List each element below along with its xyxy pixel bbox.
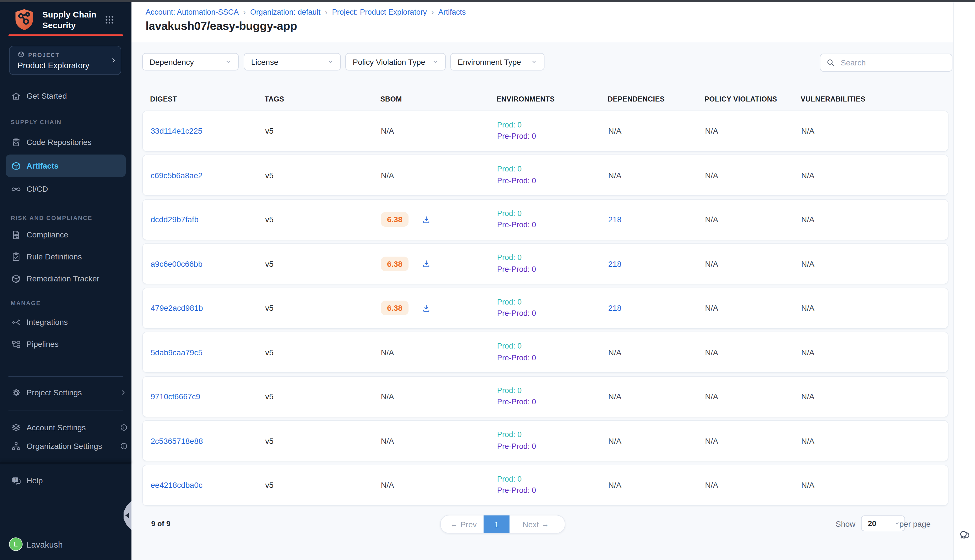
sbom-cell: 6.38 <box>381 300 497 317</box>
breadcrumb-artifacts-link[interactable]: Artifacts <box>438 8 466 17</box>
preprod-count: Pre-Prod: 0 <box>497 352 536 364</box>
sidebar-item-pipelines[interactable]: Pipelines <box>0 335 132 352</box>
module-grid-icon[interactable] <box>104 15 115 25</box>
column-header: DEPENDENCIES <box>608 95 705 103</box>
sidebar-item-cicd[interactable]: CI/CD <box>0 180 132 197</box>
page-size-value: 20 <box>868 519 876 528</box>
download-sbom-icon[interactable] <box>422 215 431 224</box>
sidebar-item-help[interactable]: ? Help <box>0 472 132 489</box>
policy-violations-value: N/A <box>705 392 801 401</box>
breadcrumb-account-link[interactable]: Account: Automation-SSCA <box>145 8 239 17</box>
prev-page-button[interactable]: ← Prev <box>441 515 484 533</box>
sidebar-item-artifacts[interactable]: Artifacts <box>6 155 126 177</box>
page-1-button[interactable]: 1 <box>484 515 509 533</box>
environments-cell: Prod: 0 Pre-Prod: 0 <box>497 252 608 275</box>
dependencies-count: N/A <box>608 171 705 180</box>
search-box <box>820 53 952 72</box>
breadcrumb-organization-link[interactable]: Organization: default <box>250 8 321 17</box>
dependencies-count[interactable]: 218 <box>608 215 705 224</box>
preprod-count: Pre-Prod: 0 <box>497 219 536 231</box>
artifact-digest-link[interactable]: 9710cf6667c9 <box>151 392 200 401</box>
project-selector[interactable]: PROJECT Product Exploratory <box>9 46 121 75</box>
home-icon <box>11 90 22 101</box>
search-input[interactable] <box>840 58 946 68</box>
tag-value: v5 <box>265 392 381 401</box>
sidebar-item-label: Code Repositories <box>27 138 92 147</box>
table-row: ee4218cdba0c v5 N/A Prod: 0 Pre-Prod: 0 … <box>142 464 948 506</box>
sidebar-item-label: Rule Definitions <box>27 252 82 261</box>
sidebar-collapse-handle[interactable] <box>124 501 132 530</box>
dependencies-count: N/A <box>608 480 705 490</box>
sidebar-item-label: Account Settings <box>27 423 86 432</box>
filter-label: Policy Violation Type <box>353 57 425 66</box>
info-icon[interactable] <box>120 442 128 450</box>
sidebar-item-compliance[interactable]: Compliance <box>0 226 132 243</box>
sidebar: Supply Chain Security PROJECT Product Ex… <box>0 0 132 560</box>
sbom-cell: N/A <box>381 171 497 180</box>
vulnerabilities-value: N/A <box>801 171 948 180</box>
sidebar-item-rule-definitions[interactable]: Rule Definitions <box>0 248 132 265</box>
artifact-digest-link[interactable]: dcdd29b7fafb <box>151 215 199 224</box>
column-header: TAGS <box>265 95 380 103</box>
chat-support-icon[interactable] <box>958 529 971 542</box>
sidebar-item-organization-settings[interactable]: Organization Settings <box>0 438 132 455</box>
dependencies-count[interactable]: 218 <box>608 259 705 268</box>
vulnerabilities-value: N/A <box>801 480 948 490</box>
info-icon[interactable] <box>120 423 128 432</box>
download-sbom-icon[interactable] <box>422 259 431 268</box>
results-count: 9 of 9 <box>151 519 170 528</box>
sidebar-item-remediation-tracker[interactable]: Remediation Tracker <box>0 270 132 287</box>
user-name[interactable]: Lavakush <box>27 540 63 549</box>
user-avatar[interactable]: L <box>9 537 23 551</box>
artifact-digest-link[interactable]: 5dab9caa79c5 <box>151 348 202 357</box>
brand-accent-divider <box>8 34 123 36</box>
environments-cell: Prod: 0 Pre-Prod: 0 <box>497 163 608 187</box>
sidebar-item-integrations[interactable]: Integrations <box>0 313 132 330</box>
section-risk-and-compliance: RISK AND COMPLIANCE <box>11 214 92 221</box>
table-row: a9c6e00c66bb v5 6.38 Prod: 0 Pre-Prod: 0… <box>142 243 948 284</box>
sidebar-item-project-settings[interactable]: Project Settings <box>0 384 132 401</box>
table-row: 5dab9caa79c5 v5 N/A Prod: 0 Pre-Prod: 0 … <box>142 332 948 373</box>
next-page-button[interactable]: Next → <box>509 515 565 533</box>
environments-cell: Prod: 0 Pre-Prod: 0 <box>497 341 608 364</box>
breadcrumb-project-link[interactable]: Project: Product Exploratory <box>332 8 427 17</box>
sidebar-item-account-settings[interactable]: Account Settings <box>0 419 132 436</box>
artifact-digest-link[interactable]: c69c5b6a8ae2 <box>151 171 202 180</box>
artifact-digest-link[interactable]: 479e2acd981b <box>151 303 203 312</box>
chevron-down-icon <box>894 520 900 526</box>
prod-count: Prod: 0 <box>497 385 522 397</box>
sidebar-item-get-started[interactable]: Get Started <box>0 87 132 104</box>
artifact-digest-link[interactable]: 2c5365718e88 <box>151 436 203 445</box>
section-supply-chain: SUPPLY CHAIN <box>11 118 62 125</box>
page-header: Account: Automation-SSCA › Organization:… <box>132 0 953 42</box>
preprod-count: Pre-Prod: 0 <box>497 308 536 320</box>
tag-value: v5 <box>265 259 381 268</box>
pager: ← Prev 1 Next → <box>440 515 565 533</box>
column-header: VULNERABILITIES <box>801 95 948 103</box>
environments-cell: Prod: 0 Pre-Prod: 0 <box>497 385 608 408</box>
breadcrumb-separator: › <box>325 8 327 17</box>
tag-value: v5 <box>265 436 381 445</box>
filter-license[interactable]: License <box>244 53 341 70</box>
artifact-digest-link[interactable]: 33d114e1c225 <box>151 126 202 135</box>
preprod-count: Pre-Prod: 0 <box>497 485 536 497</box>
sbom-cell: N/A <box>381 126 497 135</box>
environments-cell: Prod: 0 Pre-Prod: 0 <box>497 119 608 142</box>
download-sbom-icon[interactable] <box>422 303 431 313</box>
sidebar-item-label: CI/CD <box>27 184 48 193</box>
artifact-digest-link[interactable]: a9c6e00c66bb <box>151 259 202 268</box>
project-cube-icon <box>17 51 25 58</box>
filter-policy-violation-type[interactable]: Policy Violation Type <box>345 53 446 70</box>
environments-cell: Prod: 0 Pre-Prod: 0 <box>497 297 608 320</box>
prod-count: Prod: 0 <box>497 429 522 441</box>
filter-environment-type[interactable]: Environment Type <box>450 53 544 70</box>
sbom-cell: N/A <box>381 348 497 357</box>
sbom-cell: N/A <box>381 436 497 445</box>
page-size-select[interactable]: 20 <box>861 515 905 531</box>
artifact-digest-link[interactable]: ee4218cdba0c <box>151 480 202 490</box>
sbom-score-badge: 6.38 <box>381 256 409 271</box>
filter-dependency[interactable]: Dependency <box>142 53 239 70</box>
tag-value: v5 <box>265 348 381 357</box>
sidebar-item-code-repositories[interactable]: Code Repositories <box>0 134 132 150</box>
dependencies-count[interactable]: 218 <box>608 303 705 312</box>
